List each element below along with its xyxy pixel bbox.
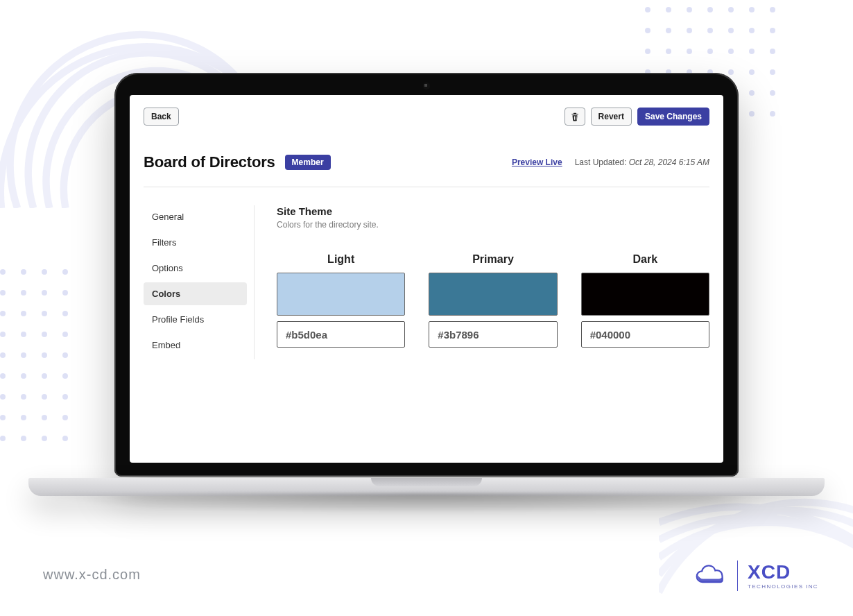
laptop-mockup: Back Revert Save Changes: [114, 73, 739, 517]
swatch-hex-input[interactable]: [429, 321, 557, 348]
swatch-hex-input[interactable]: [277, 321, 405, 348]
decor-dots-bottom-left: [0, 269, 104, 477]
laptop-screen: Back Revert Save Changes: [130, 95, 723, 463]
swatch-label: Primary: [429, 253, 557, 266]
color-swatch-dark: Dark: [581, 253, 709, 348]
brand-separator: [737, 561, 738, 591]
page-title: Board of Directors: [144, 153, 275, 171]
brand-tagline: TECHNOLOGIES INC: [748, 583, 818, 590]
toolbar: Back Revert Save Changes: [144, 108, 709, 126]
last-updated-label: Last Updated:: [575, 157, 627, 167]
laptop-screen-frame: Back Revert Save Changes: [114, 73, 739, 477]
color-swatch-light: Light: [277, 253, 405, 348]
laptop-camera: [423, 83, 430, 89]
settings-sidebar: GeneralFiltersOptionsColorsProfile Field…: [144, 205, 255, 359]
trash-icon: [570, 112, 580, 121]
footer-url: www.x-cd.com: [43, 567, 141, 583]
main-panel: Site Theme Colors for the directory site…: [255, 205, 709, 359]
swatch-preview[interactable]: [429, 273, 557, 316]
color-swatches: LightPrimaryDark: [277, 253, 709, 348]
brand-logo: XCD TECHNOLOGIES INC: [694, 561, 818, 591]
save-changes-button[interactable]: Save Changes: [637, 108, 709, 126]
swatch-label: Light: [277, 253, 405, 266]
sidebar-item-colors[interactable]: Colors: [144, 282, 247, 305]
member-badge: Member: [285, 155, 331, 170]
preview-live-link[interactable]: Preview Live: [512, 157, 562, 167]
last-updated: Last Updated: Oct 28, 2024 6:15 AM: [575, 157, 709, 167]
laptop-base: [28, 478, 825, 522]
color-swatch-primary: Primary: [429, 253, 557, 348]
sidebar-item-profile-fields[interactable]: Profile Fields: [144, 308, 247, 331]
swatch-label: Dark: [581, 253, 709, 266]
title-divider: [144, 187, 709, 187]
swatch-hex-input[interactable]: [581, 321, 709, 348]
revert-button[interactable]: Revert: [591, 108, 632, 126]
last-updated-value: Oct 28, 2024 6:15 AM: [629, 157, 709, 167]
section-title: Site Theme: [277, 205, 709, 217]
app-body: GeneralFiltersOptionsColorsProfile Field…: [144, 205, 709, 359]
title-row: Board of Directors Member Preview Live L…: [144, 153, 709, 171]
brand-name: XCD: [748, 563, 818, 582]
cloud-icon: [694, 564, 727, 588]
swatch-preview[interactable]: [277, 273, 405, 316]
sidebar-item-embed[interactable]: Embed: [144, 334, 247, 357]
back-button[interactable]: Back: [144, 108, 179, 126]
sidebar-item-general[interactable]: General: [144, 205, 247, 228]
sidebar-item-filters[interactable]: Filters: [144, 231, 247, 254]
swatch-preview[interactable]: [581, 273, 709, 316]
section-subtitle: Colors for the directory site.: [277, 220, 709, 230]
sidebar-item-options[interactable]: Options: [144, 257, 247, 280]
delete-button[interactable]: [565, 108, 585, 126]
